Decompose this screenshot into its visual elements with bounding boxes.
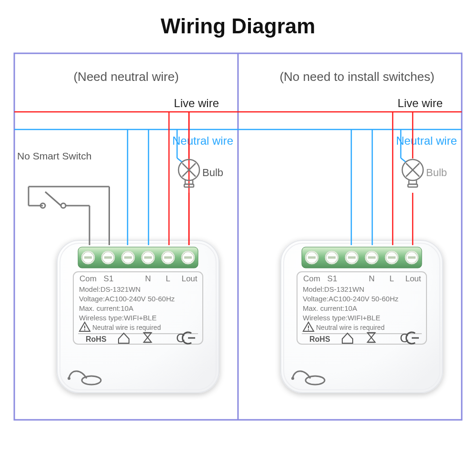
neutral-wire-label-r: Neutral wire <box>396 134 457 147</box>
svg-line-34 <box>45 192 61 206</box>
neutral-wire-label: Neutral wire <box>172 134 233 147</box>
device-left <box>57 240 219 393</box>
panel-left: (Need neutral wire) Live wire Neutral wi… <box>14 69 238 393</box>
bulb-icon-right <box>402 159 423 187</box>
svg-line-47 <box>401 158 406 162</box>
no-smart-switch: No Smart Switch <box>17 129 128 245</box>
svg-line-27 <box>177 158 182 162</box>
device-right <box>281 240 443 393</box>
page-title: Wiring Diagram <box>161 14 316 38</box>
svg-point-33 <box>61 203 66 208</box>
bulb-label-right: Bulb <box>426 167 447 178</box>
live-wire-label-r: Live wire <box>397 97 443 109</box>
panel-right: (No need to install switches) Live wire … <box>238 69 462 393</box>
left-subtitle: (Need neutral wire) <box>73 69 178 84</box>
right-subtitle: (No need to install switches) <box>279 69 434 84</box>
switch-label: No Smart Switch <box>17 150 91 161</box>
bulb-label-left: Bulb <box>202 167 223 178</box>
